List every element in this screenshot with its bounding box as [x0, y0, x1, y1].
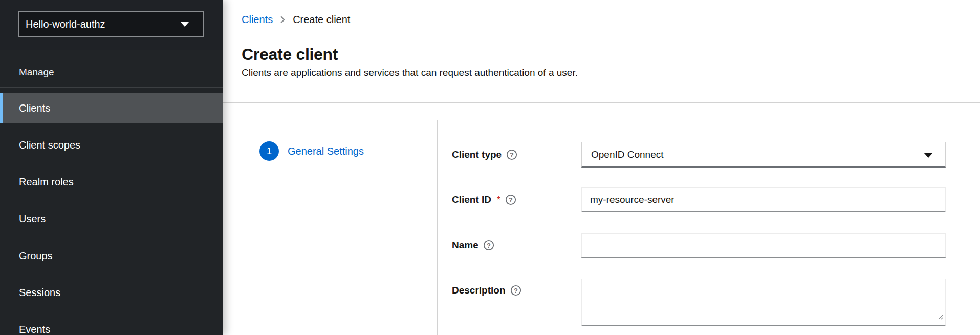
required-asterisk: *	[497, 195, 500, 205]
sidebar-item-label: Realm roles	[19, 176, 74, 188]
field-label-text: Name	[452, 240, 478, 251]
help-icon[interactable]: ?	[483, 240, 494, 251]
sidebar: Hello-world-authz Manage Clients Client …	[0, 0, 223, 335]
realm-selector-button[interactable]: Hello-world-authz	[18, 11, 204, 37]
form-row-client-type: Client type ? OpenID Connect	[452, 142, 946, 168]
sidebar-item-sessions[interactable]: Sessions	[0, 278, 223, 307]
caret-down-icon	[924, 153, 933, 158]
description-textarea[interactable]	[581, 279, 946, 326]
sidebar-item-label: Events	[19, 324, 50, 335]
help-icon[interactable]: ?	[510, 285, 521, 296]
form-row-description: Description ?	[452, 279, 946, 326]
svg-text:?: ?	[514, 287, 518, 295]
field-label-text: Client type	[452, 149, 502, 160]
help-icon[interactable]: ?	[505, 194, 516, 205]
sidebar-item-clients[interactable]: Clients	[0, 93, 223, 123]
sidebar-item-client-scopes[interactable]: Client scopes	[0, 130, 223, 160]
field-label-client-type: Client type ?	[452, 149, 581, 160]
sidebar-item-label: Sessions	[19, 287, 60, 299]
page-subtitle: Clients are applications and services th…	[242, 67, 578, 78]
client-id-input[interactable]	[581, 187, 946, 212]
breadcrumb-current: Create client	[293, 14, 350, 26]
svg-text:?: ?	[510, 151, 514, 159]
sidebar-item-events[interactable]: Events	[0, 315, 223, 335]
sidebar-item-label: Clients	[19, 102, 50, 114]
sidebar-item-label: Client scopes	[19, 139, 80, 151]
field-label-text: Client ID	[452, 194, 491, 205]
wizard-step-label: General Settings	[288, 145, 364, 157]
page-title: Create client	[242, 45, 338, 64]
sidebar-nav: Clients Client scopes Realm roles Users …	[0, 88, 223, 335]
sidebar-item-label: Groups	[19, 250, 53, 262]
sidebar-item-groups[interactable]: Groups	[0, 241, 223, 270]
field-label-text: Description	[452, 285, 506, 296]
sidebar-item-users[interactable]: Users	[0, 204, 223, 234]
field-label-name: Name ?	[452, 240, 581, 251]
form-row-client-id: Client ID * ?	[452, 187, 946, 212]
main-content: Clients Create client Create client Clie…	[223, 0, 980, 335]
breadcrumb: Clients Create client	[242, 14, 350, 26]
field-label-client-id: Client ID * ?	[452, 194, 581, 205]
svg-text:?: ?	[487, 242, 491, 249]
description-field-wrap	[581, 279, 946, 326]
sidebar-item-realm-roles[interactable]: Realm roles	[0, 167, 223, 197]
nav-section-title: Manage	[19, 67, 54, 78]
chevron-down-icon	[181, 22, 189, 27]
help-icon[interactable]: ?	[506, 149, 517, 160]
realm-selector-section: Hello-world-authz	[0, 0, 223, 50]
svg-text:?: ?	[509, 196, 513, 204]
client-type-selected-value: OpenID Connect	[591, 149, 664, 160]
client-type-select[interactable]: OpenID Connect	[581, 142, 946, 168]
form-row-name: Name ?	[452, 233, 946, 258]
step-number-badge: 1	[259, 141, 279, 161]
name-input[interactable]	[581, 233, 946, 258]
realm-selector-value: Hello-world-authz	[26, 18, 105, 30]
resize-handle-icon[interactable]	[937, 312, 943, 322]
section-divider	[223, 102, 980, 103]
breadcrumb-link-clients[interactable]: Clients	[242, 14, 273, 26]
field-label-description: Description ?	[452, 279, 581, 296]
wizard-form-divider	[437, 120, 438, 335]
sidebar-item-label: Users	[19, 213, 46, 225]
wizard-step-general-settings[interactable]: 1 General Settings	[259, 141, 364, 161]
breadcrumb-separator-icon	[279, 16, 286, 23]
